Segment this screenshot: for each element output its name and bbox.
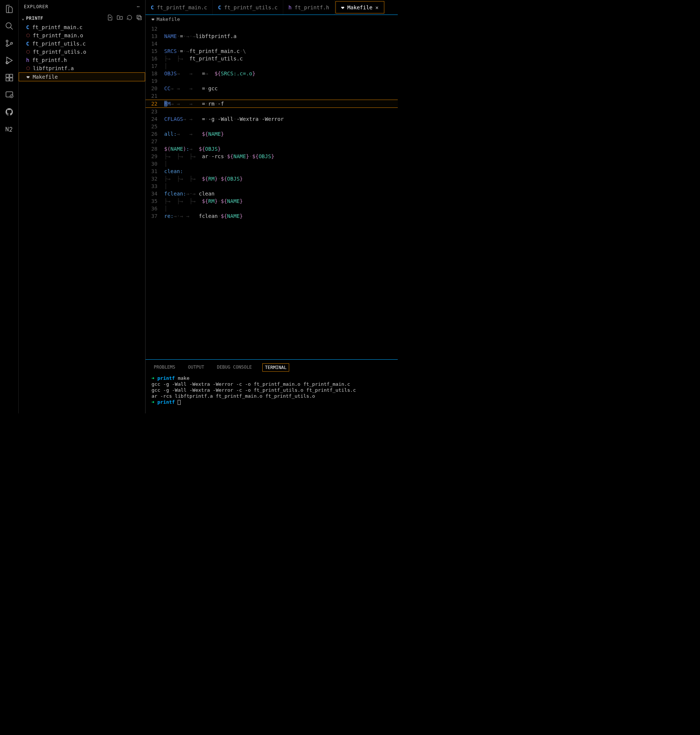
panel-tab-problems[interactable]: PROBLEMS xyxy=(151,363,178,372)
code-line[interactable]: 16├→ ├→ ft_printf_utils.c xyxy=(146,55,398,62)
terminal-line: ➜ printf make xyxy=(151,375,392,381)
code-line[interactable]: 13NAME·=·→·→libftprintf.a xyxy=(146,32,398,40)
file-item-libftprintf-a[interactable]: ⬡libftprintf.a xyxy=(19,64,145,72)
folder-title: PRINTF xyxy=(26,16,43,21)
code-line[interactable]: 21 xyxy=(146,92,398,100)
remote-icon[interactable] xyxy=(4,90,15,100)
new-folder-icon[interactable] xyxy=(117,15,123,22)
terminal-line: gcc -g -Wall -Wextra -Werror -c -o ft_pr… xyxy=(151,387,392,393)
makefile-icon: ❤ xyxy=(151,16,154,22)
file-item-Makefile[interactable]: ❤Makefile xyxy=(19,72,145,81)
terminal-line: ar -rcs libftprintf.a ft_printf_main.o f… xyxy=(151,393,392,399)
code-line[interactable]: 20CC→ → → =·gcc xyxy=(146,85,398,92)
svg-point-3 xyxy=(6,45,8,47)
svg-rect-8 xyxy=(10,78,13,81)
file-list: Cft_printf_main.c⬡ft_printf_main.oCft_pr… xyxy=(19,23,145,81)
panel-tab-debug-console[interactable]: DEBUG CONSOLE xyxy=(215,363,254,372)
code-line[interactable]: 19 xyxy=(146,77,398,85)
code-line[interactable]: 33│ xyxy=(146,182,398,190)
bottom-panel: PROBLEMSOUTPUTDEBUG CONSOLETERMINAL ➜ pr… xyxy=(146,359,398,413)
terminal-line: gcc -g -Wall -Wextra -Werror -c -o ft_pr… xyxy=(151,381,392,387)
file-item-ft_printf-h[interactable]: hft_printf.h xyxy=(19,56,145,64)
code-line[interactable]: 30│ xyxy=(146,160,398,168)
panel-tab-terminal[interactable]: TERMINAL xyxy=(262,363,289,372)
code-line[interactable]: 22RM→ → → =·rm·-f xyxy=(146,100,398,108)
main-area: Cft_printf_main.cCft_printf_utils.chft_p… xyxy=(146,0,398,413)
code-line[interactable]: 17│ xyxy=(146,62,398,70)
explorer-icon[interactable] xyxy=(4,4,15,14)
code-line[interactable]: 35├→ ├→ ├→ ${RM}·${NAME} xyxy=(146,197,398,205)
sidebar-header: EXPLORER ⋯ xyxy=(19,0,145,13)
source-control-icon[interactable] xyxy=(4,38,15,49)
file-item-ft_printf_utils-o[interactable]: ⬡ft_printf_utils.o xyxy=(19,48,145,56)
terminal-output[interactable]: ➜ printf makegcc -g -Wall -Wextra -Werro… xyxy=(146,374,398,407)
run-debug-icon[interactable] xyxy=(4,55,15,66)
file-item-ft_printf_main-o[interactable]: ⬡ft_printf_main.o xyxy=(19,31,145,40)
refresh-icon[interactable] xyxy=(126,15,132,22)
code-line[interactable]: 25 xyxy=(146,123,398,130)
code-line[interactable]: 18OBJS→ → =→ ${SRCS:.c=.o} xyxy=(146,70,398,77)
code-line[interactable]: 36│ xyxy=(146,205,398,212)
code-line[interactable]: 15SRCS·=·→ft_printf_main.c·\ xyxy=(146,47,398,55)
code-line[interactable]: 23 xyxy=(146,108,398,115)
code-line[interactable]: 29├→ ├→ ├→ ar·-rcs·${NAME}·${OBJS} xyxy=(146,153,398,160)
new-file-icon[interactable] xyxy=(107,15,113,22)
tab-ft_printf-h[interactable]: hft_printf.h xyxy=(283,0,335,15)
collapse-icon[interactable] xyxy=(136,15,142,22)
activity-bar xyxy=(0,0,19,413)
svg-point-4 xyxy=(10,43,12,44)
panel-tab-output[interactable]: OUTPUT xyxy=(186,363,206,372)
file-item-ft_printf_main-c[interactable]: Cft_printf_main.c xyxy=(19,23,145,31)
search-icon[interactable] xyxy=(4,21,15,31)
code-line[interactable]: 24CFLAGS→ → =·-g·-Wall·-Wextra·-Werror xyxy=(146,115,398,123)
breadcrumb[interactable]: ❤ Makefile xyxy=(146,15,398,24)
breadcrumb-text: Makefile xyxy=(157,16,180,22)
code-editor[interactable]: 1213NAME·=·→·→libftprintf.a1415SRCS·=·→f… xyxy=(146,24,398,359)
tab-Makefile[interactable]: ❤Makefile✕ xyxy=(335,1,384,13)
svg-point-2 xyxy=(6,40,8,42)
github-icon[interactable] xyxy=(4,107,15,117)
svg-rect-9 xyxy=(10,74,13,77)
extensions-icon[interactable] xyxy=(4,72,15,83)
code-line[interactable]: 27 xyxy=(146,138,398,145)
sidebar-title: EXPLORER xyxy=(24,4,49,9)
tab-ft_printf_utils-c[interactable]: Cft_printf_utils.c xyxy=(213,0,283,15)
svg-rect-7 xyxy=(6,78,9,81)
terminal-line: ➜ printf xyxy=(151,399,392,405)
code-line[interactable]: 31clean: xyxy=(146,168,398,175)
n2-icon[interactable] xyxy=(4,124,15,134)
code-line[interactable]: 37re:→·→ → fclean·${NAME} xyxy=(146,212,398,220)
panel-tabs: PROBLEMSOUTPUTDEBUG CONSOLETERMINAL xyxy=(146,360,398,374)
close-icon[interactable]: ✕ xyxy=(375,4,378,10)
svg-line-1 xyxy=(10,27,13,29)
folder-header[interactable]: ⌄ PRINTF xyxy=(19,13,145,23)
svg-rect-12 xyxy=(137,15,140,19)
code-line[interactable]: 14 xyxy=(146,40,398,47)
chevron-down-icon: ⌄ xyxy=(22,16,25,21)
editor-tabs: Cft_printf_main.cCft_printf_utils.chft_p… xyxy=(146,0,398,15)
more-icon[interactable]: ⋯ xyxy=(137,4,140,9)
sidebar: EXPLORER ⋯ ⌄ PRINTF Cft_printf_main.c⬡ft… xyxy=(19,0,146,413)
svg-rect-6 xyxy=(6,74,9,77)
svg-point-0 xyxy=(6,23,11,28)
code-line[interactable]: 28$(NAME):→ ${OBJS} xyxy=(146,145,398,153)
code-line[interactable]: 32├→ ├→ ├→ ${RM}·${OBJS} xyxy=(146,175,398,182)
file-item-ft_printf_utils-c[interactable]: Cft_printf_utils.c xyxy=(19,40,145,48)
code-line[interactable]: 12 xyxy=(146,25,398,32)
tab-ft_printf_main-c[interactable]: Cft_printf_main.c xyxy=(146,0,213,15)
code-line[interactable]: 26all:→ → ${NAME} xyxy=(146,130,398,138)
code-line[interactable]: 34fclean:→·→ clean xyxy=(146,190,398,197)
